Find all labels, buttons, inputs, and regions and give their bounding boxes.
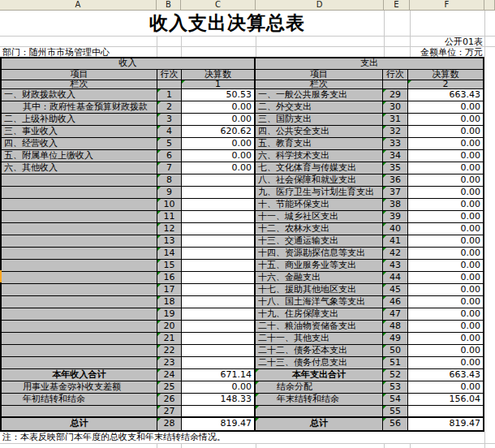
- income-line-number-cell[interactable]: 3: [157, 114, 182, 126]
- expense-item-cell[interactable]: 四、公共安全支出: [256, 126, 383, 138]
- expense-line-number-cell[interactable]: 37: [383, 187, 408, 199]
- income-line-number-cell[interactable]: 15: [157, 260, 182, 272]
- expense-section-header[interactable]: 支出: [256, 58, 483, 70]
- income-amount-cell[interactable]: [182, 296, 256, 308]
- expense-amount-cell[interactable]: 0.00: [408, 101, 483, 114]
- expense-amount-cell[interactable]: 0.00: [408, 138, 483, 150]
- expense-amount-cell[interactable]: 0.00: [408, 260, 483, 272]
- expense-line-number-cell[interactable]: 35: [383, 162, 408, 174]
- expense-line-number-cell[interactable]: 42: [383, 248, 408, 260]
- doc-label[interactable]: 公开01表: [0, 37, 483, 47]
- income-item-cell[interactable]: [2, 174, 157, 187]
- income-item-cell[interactable]: 本年收入合计: [2, 369, 157, 381]
- income-line-number-cell[interactable]: 20: [157, 321, 182, 333]
- income-item-column-label[interactable]: 项目: [2, 70, 157, 80]
- expense-amount-cell[interactable]: 0.00: [408, 381, 483, 394]
- expense-item-cell[interactable]: 九、医疗卫生与计划生育支出: [256, 187, 383, 199]
- expense-line-number-cell[interactable]: 46: [383, 296, 408, 308]
- expense-item-cell[interactable]: 年末结转和结余: [256, 394, 383, 406]
- expense-line-number-cell[interactable]: 31: [383, 114, 408, 126]
- income-line-number-cell[interactable]: 25: [157, 381, 182, 394]
- expense-item-cell[interactable]: 三、国防支出: [256, 114, 383, 126]
- expense-amount-cell[interactable]: 0.00: [408, 162, 483, 174]
- income-amount-cell[interactable]: 0.00: [182, 150, 256, 162]
- expense-line-number-cell[interactable]: 34: [383, 150, 408, 162]
- column-header-c[interactable]: C: [181, 0, 256, 10]
- column-header-e[interactable]: E: [384, 0, 410, 10]
- expense-item-cell[interactable]: 十七、援助其他地区支出: [256, 284, 383, 296]
- income-amount-cell[interactable]: 0.00: [182, 162, 256, 174]
- expense-line-number-cell[interactable]: 29: [383, 89, 408, 101]
- expense-item-cell[interactable]: 六、科学技术支出: [256, 150, 383, 162]
- column-header-a[interactable]: A: [0, 0, 157, 10]
- expense-amount-cell[interactable]: 0.00: [408, 321, 483, 333]
- income-item-cell[interactable]: 六、其他收入: [2, 162, 157, 174]
- expense-lanci-line-cell[interactable]: [383, 80, 408, 89]
- income-line-number-cell[interactable]: 24: [157, 369, 182, 381]
- expense-item-cell[interactable]: 八、社会保障和就业支出: [256, 174, 383, 187]
- income-item-cell[interactable]: [2, 345, 157, 357]
- expense-amount-cell[interactable]: 0.00: [408, 296, 483, 308]
- expense-item-cell[interactable]: 十四、资源勘探信息等支出: [256, 248, 383, 260]
- income-line-number-cell[interactable]: 13: [157, 235, 182, 248]
- income-amount-cell[interactable]: [182, 333, 256, 345]
- income-amount-cell[interactable]: 148.33: [182, 394, 256, 406]
- income-line-number-cell[interactable]: 23: [157, 357, 182, 369]
- income-amount-cell[interactable]: [182, 284, 256, 296]
- expense-item-cell[interactable]: 十八、国土海洋气象等支出: [256, 296, 383, 308]
- income-item-cell[interactable]: [2, 357, 157, 369]
- expense-line-number-cell[interactable]: 40: [383, 223, 408, 235]
- expense-item-cell[interactable]: 总计: [256, 418, 383, 430]
- expense-item-cell[interactable]: 二十二、债务还本支出: [256, 345, 383, 357]
- income-line-number-cell[interactable]: 5: [157, 138, 182, 150]
- income-line-number-cell[interactable]: 4: [157, 126, 182, 138]
- expense-item-cell[interactable]: 二、外交支出: [256, 101, 383, 114]
- income-amount-cell[interactable]: 620.62: [182, 126, 256, 138]
- expense-amount-cell[interactable]: 0.00: [408, 187, 483, 199]
- income-item-cell[interactable]: [2, 308, 157, 321]
- income-item-cell[interactable]: [2, 333, 157, 345]
- expense-line-number-cell[interactable]: 41: [383, 235, 408, 248]
- expense-line-number-cell[interactable]: 32: [383, 126, 408, 138]
- income-item-cell[interactable]: 总计: [2, 418, 157, 430]
- expense-item-cell[interactable]: 十五、商业服务业等支出: [256, 260, 383, 272]
- expense-amount-cell[interactable]: 0.00: [408, 174, 483, 187]
- expense-amount-cell[interactable]: 0.00: [408, 248, 483, 260]
- expense-line-number-cell[interactable]: 51: [383, 357, 408, 369]
- expense-amount-cell[interactable]: 0.00: [408, 333, 483, 345]
- income-item-cell[interactable]: 五、附属单位上缴收入: [2, 150, 157, 162]
- income-line-number-cell[interactable]: 16: [157, 272, 182, 284]
- expense-item-cell[interactable]: 本年支出合计: [256, 369, 383, 381]
- income-item-cell[interactable]: [2, 199, 157, 211]
- expense-line-number-cell[interactable]: 48: [383, 321, 408, 333]
- income-item-cell[interactable]: [2, 406, 157, 418]
- income-amount-cell[interactable]: 0.00: [182, 114, 256, 126]
- expense-item-cell[interactable]: 十九、住房保障支出: [256, 308, 383, 321]
- income-item-cell[interactable]: 四、经营收入: [2, 138, 157, 150]
- expense-item-cell[interactable]: 二十三、债务付息支出: [256, 357, 383, 369]
- income-line-number-cell[interactable]: 14: [157, 248, 182, 260]
- expense-amount-cell[interactable]: 663.43: [408, 89, 483, 101]
- income-amount-cell[interactable]: [182, 187, 256, 199]
- income-amount-cell[interactable]: 0.00: [182, 138, 256, 150]
- expense-amount-cell[interactable]: 0.00: [408, 357, 483, 369]
- income-amount-cell[interactable]: [182, 406, 256, 418]
- expense-item-cell[interactable]: 十二、农林水支出: [256, 223, 383, 235]
- expense-item-cell[interactable]: 二十一、其他支出: [256, 333, 383, 345]
- expense-column-number[interactable]: 2: [408, 80, 483, 89]
- expense-line-number-cell[interactable]: 33: [383, 138, 408, 150]
- expense-lanci-label[interactable]: 栏次: [256, 80, 383, 89]
- column-header-d[interactable]: D: [256, 0, 384, 10]
- income-item-cell[interactable]: [2, 284, 157, 296]
- expense-item-cell[interactable]: 二十、粮油物资储备支出: [256, 321, 383, 333]
- expense-line-number-cell[interactable]: 39: [383, 211, 408, 223]
- expense-amount-cell[interactable]: 0.00: [408, 114, 483, 126]
- income-amount-cell[interactable]: 0.00: [182, 381, 256, 394]
- column-header-b[interactable]: B: [157, 0, 181, 10]
- income-item-cell[interactable]: [2, 260, 157, 272]
- expense-line-number-cell[interactable]: 30: [383, 101, 408, 114]
- income-line-number-cell[interactable]: 17: [157, 284, 182, 296]
- expense-amount-cell[interactable]: 0.00: [408, 235, 483, 248]
- expense-item-cell[interactable]: 一、一般公共服务支出: [256, 89, 383, 101]
- expense-amount-cell[interactable]: 0.00: [408, 126, 483, 138]
